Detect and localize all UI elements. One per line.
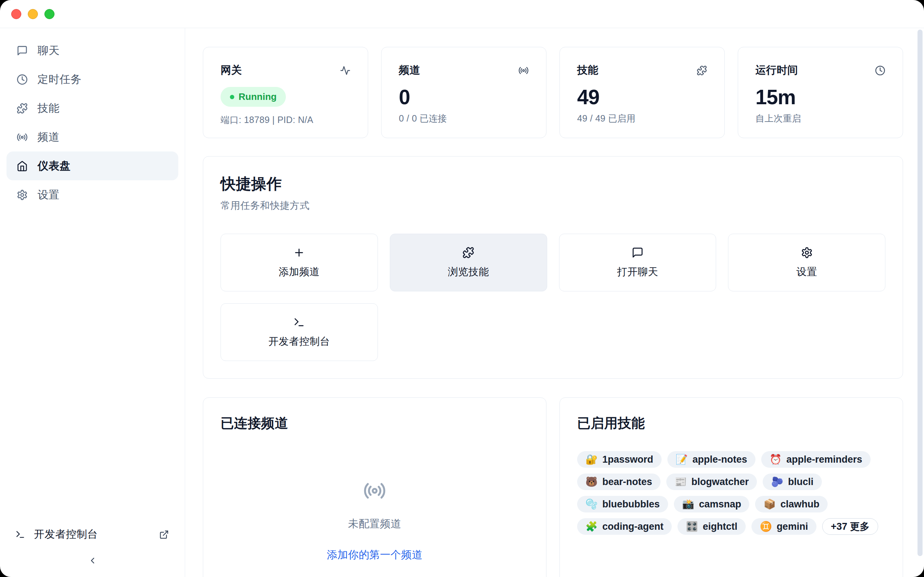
- scrollbar-thumb[interactable]: [918, 29, 922, 556]
- skill-tag: 🫐 blucli: [762, 474, 822, 490]
- chat-icon: [632, 247, 643, 259]
- skill-emoji-icon: 📝: [676, 454, 688, 465]
- main-content: 网关 Running 端口: 18789 | PID: N/A 频道 0 0 /…: [185, 28, 924, 577]
- skill-tag: 🐻 bear-notes: [577, 474, 661, 490]
- sidebar-item-cron[interactable]: 定时任务: [6, 65, 178, 94]
- skill-emoji-icon: 🫧: [585, 498, 598, 510]
- stat-card-channels: 频道 0 0 / 0 已连接: [381, 47, 546, 138]
- skill-name: apple-reminders: [787, 454, 862, 465]
- skill-tag: ♊️ gemini: [751, 518, 816, 535]
- skill-emoji-icon: 🎛️: [686, 521, 698, 532]
- stat-value: 15m: [756, 87, 795, 108]
- sidebar-item-settings[interactable]: 设置: [6, 180, 178, 209]
- external-link-icon[interactable]: [159, 530, 169, 540]
- connected-channels-card: 已连接频道 未配置频道 添加你的第一个频道: [203, 397, 546, 577]
- sidebar: 聊天 定时任务 技能 频道 仪表盘 设置 开发者控制台: [0, 28, 185, 577]
- enabled-skills-card: 已启用技能 🔐 1password 📝 apple-notes ⏰ apple-…: [559, 397, 903, 577]
- sidebar-item-label: 频道: [37, 130, 60, 145]
- stat-card-uptime: 运行时间 15m 自上次重启: [738, 47, 903, 138]
- quick-actions-grid: 添加频道 浏览技能 打开聊天 设置 开发者控制台: [221, 234, 885, 361]
- traffic-lights: [11, 9, 55, 19]
- skill-tag: 📦 clawhub: [755, 496, 828, 513]
- sidebar-item-chat[interactable]: 聊天: [6, 36, 178, 65]
- sidebar-collapse-button[interactable]: [0, 556, 185, 566]
- quick-action-label: 添加频道: [279, 265, 320, 279]
- stat-card-skills: 技能 49 49 / 49 已启用: [559, 47, 725, 138]
- stat-value: 0: [399, 87, 410, 108]
- stat-title: 技能: [577, 63, 598, 77]
- quick-actions-subtitle: 常用任务和快捷方式: [221, 199, 885, 212]
- sidebar-item-label: 聊天: [37, 43, 60, 58]
- skill-emoji-icon: 🔐: [585, 454, 598, 465]
- skill-tag: 📸 camsnap: [674, 496, 750, 513]
- app-window: 聊天 定时任务 技能 频道 仪表盘 设置 开发者控制台 网关: [0, 0, 924, 577]
- connected-channels-title: 已连接频道: [221, 414, 529, 432]
- terminal-icon: [15, 529, 25, 540]
- skill-emoji-icon: ♊️: [760, 521, 772, 532]
- stat-detail: 49 / 49 已启用: [577, 113, 636, 124]
- sidebar-item-dashboard[interactable]: 仪表盘: [6, 152, 178, 180]
- skill-name: clawhub: [780, 499, 819, 510]
- skill-name: bluebubbles: [603, 499, 660, 510]
- stat-value: 49: [577, 87, 599, 108]
- stat-title: 网关: [221, 63, 242, 77]
- channels-empty-text: 未配置频道: [348, 517, 401, 531]
- skill-tag: ⏰ apple-reminders: [761, 451, 871, 468]
- skill-name: blogwatcher: [691, 476, 749, 488]
- quick-action-label: 打开聊天: [617, 265, 658, 279]
- skill-tag: 🧩 coding-agent: [577, 518, 672, 535]
- broadcast-icon: [363, 479, 386, 502]
- stat-detail: 自上次重启: [756, 113, 801, 124]
- quick-action-dev-console[interactable]: 开发者控制台: [221, 303, 378, 361]
- gear-icon: [801, 247, 813, 259]
- sidebar-item-skills[interactable]: 技能: [6, 94, 178, 122]
- quick-actions-panel: 快捷操作 常用任务和快捷方式 添加频道 浏览技能 打开聊天 设置 开发者控制台: [203, 156, 903, 379]
- skill-tag: 📰 blogwatcher: [666, 474, 757, 490]
- dev-console-footer[interactable]: 开发者控制台: [0, 523, 185, 546]
- bottom-panels: 已连接频道 未配置频道 添加你的第一个频道 已启用技能 🔐 1password …: [203, 397, 903, 577]
- sidebar-nav: 聊天 定时任务 技能 频道 仪表盘 设置: [0, 36, 185, 209]
- stat-title: 运行时间: [756, 63, 798, 77]
- minimize-button[interactable]: [28, 9, 38, 19]
- stat-detail: 0 / 0 已连接: [399, 113, 447, 124]
- quick-action-label: 浏览技能: [448, 265, 489, 279]
- skill-emoji-icon: 📸: [682, 498, 695, 510]
- broadcast-icon: [16, 132, 28, 143]
- stat-detail: 端口: 18789 | PID: N/A: [221, 114, 313, 126]
- skill-tag: 🔐 1password: [577, 451, 662, 468]
- quick-action-browse-skills[interactable]: 浏览技能: [390, 234, 547, 292]
- quick-actions-title: 快捷操作: [221, 174, 885, 194]
- chat-icon: [16, 45, 28, 56]
- quick-action-settings[interactable]: 设置: [728, 234, 885, 292]
- status-badge: Running: [221, 87, 286, 107]
- add-first-channel-link[interactable]: 添加你的第一个频道: [327, 548, 423, 562]
- skill-name: apple-notes: [692, 454, 747, 465]
- puzzle-icon: [462, 247, 474, 259]
- stat-card-gateway: 网关 Running 端口: 18789 | PID: N/A: [203, 47, 368, 138]
- skill-name: eightctl: [703, 521, 737, 532]
- sidebar-item-label: 仪表盘: [37, 159, 71, 174]
- quick-action-label: 设置: [796, 265, 817, 279]
- titlebar: [0, 0, 924, 28]
- skills-more-button[interactable]: +37 更多: [822, 518, 878, 535]
- sidebar-item-label: 定时任务: [37, 72, 82, 87]
- quick-action-add-channel[interactable]: 添加频道: [221, 234, 378, 292]
- skill-tag: 🎛️ eightctl: [677, 518, 746, 535]
- skill-emoji-icon: 🐻: [585, 476, 598, 488]
- gear-icon: [16, 189, 28, 200]
- sidebar-item-channels[interactable]: 频道: [6, 122, 178, 152]
- close-button[interactable]: [11, 9, 21, 19]
- home-icon: [16, 161, 28, 172]
- skill-name: gemini: [777, 521, 808, 532]
- stat-title: 频道: [399, 63, 420, 77]
- terminal-icon: [293, 316, 305, 328]
- sidebar-footer: 开发者控制台: [0, 523, 185, 577]
- broadcast-icon: [518, 65, 529, 76]
- quick-action-open-chat[interactable]: 打开聊天: [559, 234, 716, 292]
- skill-emoji-icon: 🫐: [771, 476, 783, 488]
- clock-icon: [16, 74, 28, 85]
- skill-name: camsnap: [699, 499, 741, 510]
- zoom-button[interactable]: [44, 9, 55, 19]
- skill-name: blucli: [788, 476, 814, 488]
- channels-empty-state: 未配置频道 添加你的第一个频道: [221, 479, 529, 562]
